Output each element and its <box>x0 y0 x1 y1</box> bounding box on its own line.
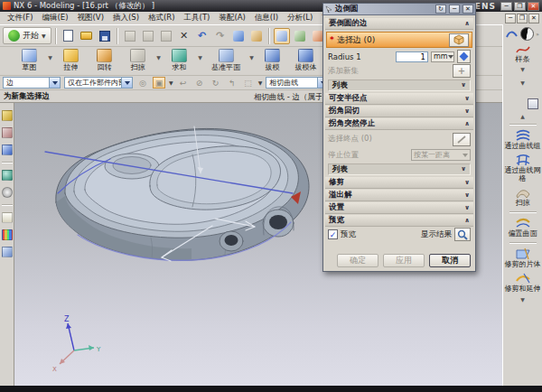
add-new-set-button[interactable]: + <box>453 64 471 78</box>
redo-button[interactable]: ↷ <box>212 28 229 44</box>
edge-list-bar[interactable]: 列表 ∨ <box>328 79 471 91</box>
dropdown-caret-icon[interactable]: ▼ <box>154 49 163 61</box>
rotate-view-icon[interactable] <box>520 27 534 41</box>
curve-icon[interactable] <box>506 29 519 40</box>
constraint-navigator-icon[interactable] <box>2 127 13 138</box>
touch-mode-button[interactable] <box>230 28 247 44</box>
deselect-icon[interactable]: ↩ <box>177 77 190 89</box>
palette-icon[interactable] <box>2 229 13 240</box>
ok-button[interactable]: 确定 <box>337 254 378 267</box>
rectangle-select-icon[interactable]: ⬚ <box>242 77 255 89</box>
curve-rule-combo[interactable]: 相切曲线 <box>266 77 329 89</box>
roles-icon[interactable] <box>2 247 13 257</box>
menu-tools[interactable]: 工具(T) <box>180 12 215 24</box>
through-curve-mesh-button[interactable]: 通过曲线网格 <box>503 154 542 182</box>
rect-caret-icon[interactable]: ▼ <box>258 79 263 86</box>
start-menu-button[interactable]: 开始 ▼ <box>3 27 51 44</box>
menu-insert[interactable]: 插入(S) <box>108 12 144 24</box>
menu-edit[interactable]: 编辑(E) <box>38 12 73 24</box>
section-edges-to-blend[interactable]: 要倒圆的边 ∧ <box>325 18 473 30</box>
menu-information[interactable]: 信息(I) <box>250 12 283 24</box>
studio-spline-button[interactable]: 样条 <box>503 44 542 63</box>
assembly-navigator-icon[interactable] <box>2 110 13 121</box>
rotate-select-icon[interactable]: ↻ <box>210 77 222 89</box>
section-corner-setback[interactable]: 拐角回切 ∨ <box>325 106 473 117</box>
dropdown-caret-icon[interactable]: ▼ <box>520 66 525 72</box>
close-button[interactable]: ✕ <box>528 2 539 11</box>
trimmed-sheet-button[interactable]: 修剪的片体 <box>503 247 542 268</box>
show-result-button[interactable] <box>454 228 471 241</box>
menu-file[interactable]: 文件(F) <box>3 12 38 24</box>
cancel-button[interactable]: 取消 <box>429 254 471 267</box>
dropdown-caret-icon[interactable]: ▼ <box>196 49 204 61</box>
undo-button[interactable]: ↶ <box>194 28 210 44</box>
section-corner-stop[interactable]: 拐角突然停止 ∧ <box>325 118 473 130</box>
menu-view[interactable]: 视图(V) <box>73 12 108 24</box>
menu-format[interactable]: 格式(R) <box>144 12 180 24</box>
section-variable-radius[interactable]: 可变半径点 ∨ <box>325 93 473 105</box>
overflow-chevron-icon[interactable]: » <box>536 31 539 37</box>
trim-extend-button[interactable]: 修剪和延伸 <box>503 272 542 293</box>
radius-unit-combo[interactable]: mm <box>431 51 454 62</box>
section-settings[interactable]: 设置 ∨ <box>325 202 473 214</box>
section-overflow[interactable]: 溢出解 ∨ <box>325 190 473 201</box>
dialog-title-bar[interactable]: 边倒圆 ↻ ─ ✕ <box>323 4 475 15</box>
select-endpoint-button[interactable] <box>453 133 471 146</box>
stop-position-combo[interactable]: 按某一距离 <box>411 149 471 161</box>
highlight-toggle-icon[interactable]: ◎ <box>136 77 149 89</box>
edge-select-button[interactable] <box>449 33 469 47</box>
dropdown-caret-icon[interactable]: ▼ <box>46 49 54 61</box>
new-file-button[interactable] <box>61 28 77 44</box>
no-selection-icon[interactable]: ⊘ <box>193 77 206 89</box>
overflow-caret-icon[interactable]: ▼ <box>520 79 525 86</box>
save-button[interactable] <box>97 28 113 44</box>
draft-body-button[interactable]: 拔模体 <box>289 49 322 71</box>
minimize-button[interactable]: ─ <box>500 2 512 11</box>
select-edge-row[interactable]: * 选择边 (0) <box>326 32 472 48</box>
delete-button[interactable]: ✕ <box>176 28 192 44</box>
radius-input[interactable] <box>396 51 428 62</box>
datum-plane-button[interactable]: 基准平面 <box>204 49 248 71</box>
open-button[interactable] <box>79 28 95 44</box>
preview-checkbox[interactable]: ✓ <box>328 229 338 239</box>
restore-button[interactable]: ❐ <box>514 2 526 11</box>
sweep-button[interactable]: 扫掠 <box>121 49 154 71</box>
expression-button[interactable] <box>457 50 471 63</box>
stop-list-bar[interactable]: 列表 ∨ <box>328 163 471 175</box>
extrude-button[interactable]: 拉伸 <box>54 49 88 71</box>
swept-button[interactable]: 扫掠 <box>503 186 542 207</box>
sketch-toggle-button[interactable] <box>274 28 290 44</box>
paste-button[interactable] <box>158 28 174 44</box>
unite-button[interactable]: 求和 <box>163 49 196 71</box>
menu-assemblies[interactable]: 装配(A) <box>214 12 249 24</box>
prev-selection-icon[interactable]: ↰ <box>226 77 238 89</box>
dialog-close-button[interactable]: ✕ <box>463 5 473 14</box>
through-curves-button[interactable]: 通过曲线组 <box>503 129 542 150</box>
apply-button[interactable]: 应用 <box>383 254 425 267</box>
menu-analysis[interactable]: 分析(L) <box>283 12 317 24</box>
draft-button[interactable]: 拔模 <box>256 49 289 71</box>
help-context-button[interactable] <box>248 28 265 44</box>
dialog-reset-button[interactable]: ↻ <box>435 5 446 14</box>
panel-collapse-icon[interactable]: ▲ <box>520 113 525 119</box>
scope-combo[interactable]: 仅在工作部件内部 <box>64 77 133 89</box>
sketch-button[interactable]: 草图 <box>13 49 46 71</box>
notebook-icon[interactable] <box>2 212 13 223</box>
mdi-minimize-button[interactable]: ─ <box>505 14 516 23</box>
snap-caret-icon[interactable]: ▼ <box>169 79 173 86</box>
snap-point-button[interactable] <box>292 28 308 44</box>
section-preview[interactable]: 预览 ∧ <box>325 215 473 227</box>
more-tools-caret-icon[interactable]: ▼ <box>520 296 525 303</box>
cut-button[interactable] <box>122 28 138 44</box>
part-navigator-icon[interactable] <box>2 145 13 155</box>
cascade-window-icon[interactable] <box>528 98 538 109</box>
section-trim[interactable]: 修剪 ∨ <box>325 177 473 189</box>
dialog-minimize-button[interactable]: ─ <box>449 5 460 14</box>
mdi-restore-button[interactable]: ❐ <box>517 14 528 23</box>
revolve-button[interactable]: 回转 <box>88 49 121 71</box>
dropdown-caret-icon[interactable]: ▼ <box>248 49 256 61</box>
offset-surface-button[interactable]: 偏置曲面 <box>503 217 542 238</box>
history-icon[interactable] <box>2 187 13 198</box>
copy-button[interactable] <box>140 28 156 44</box>
reuse-library-icon[interactable] <box>2 170 13 181</box>
